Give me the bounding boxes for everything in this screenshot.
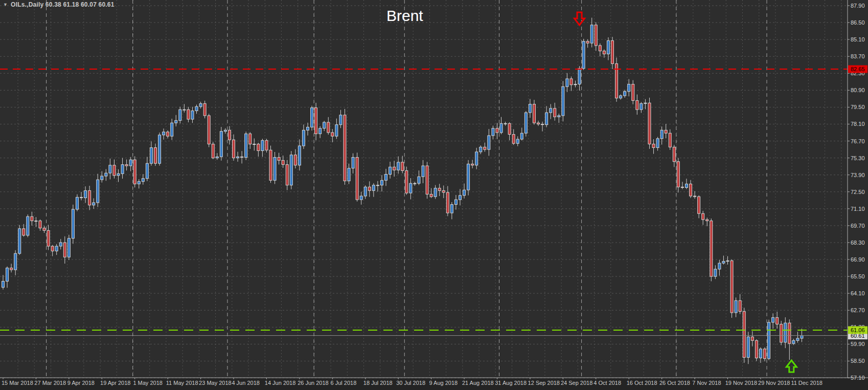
candle	[570, 79, 573, 85]
price-axis-label: 78.10	[851, 121, 865, 127]
candle	[607, 40, 609, 54]
candle	[237, 157, 239, 158]
support-price-tag-label: 61.06	[851, 327, 865, 333]
candle	[574, 84, 577, 85]
candle	[6, 268, 9, 281]
candle	[512, 135, 515, 144]
candle	[454, 200, 457, 204]
candle	[500, 123, 502, 133]
chevron-down-icon[interactable]: ▼	[3, 2, 8, 7]
candle	[18, 229, 21, 253]
candle	[788, 323, 791, 343]
candle	[673, 147, 675, 161]
price-axis-label: 57.10	[851, 375, 865, 381]
candle	[311, 108, 313, 127]
candle	[624, 92, 626, 96]
candle	[739, 300, 741, 311]
candle	[796, 338, 799, 340]
candle	[360, 196, 362, 200]
price-axis-label: 73.90	[851, 172, 865, 178]
candle	[694, 196, 696, 197]
candle	[784, 323, 787, 342]
candle	[640, 103, 643, 110]
candle	[203, 103, 206, 116]
candle	[208, 116, 210, 144]
candle	[504, 123, 507, 124]
candle	[133, 160, 136, 184]
symbol-ohlc-label: OILs.,Daily 60.38 61.18 60.07 60.61	[11, 1, 114, 8]
candle	[105, 173, 107, 176]
candle	[2, 281, 5, 288]
candle	[426, 166, 428, 194]
candle	[179, 110, 181, 120]
candle	[22, 229, 25, 235]
price-axis-label: 69.70	[851, 223, 865, 229]
candle	[628, 84, 630, 92]
candle	[611, 40, 613, 63]
price-axis-label: 79.50	[851, 104, 865, 110]
candle	[541, 124, 544, 124]
candle	[335, 125, 338, 136]
date-axis-label: 18 Jul 2018	[363, 380, 393, 386]
candle	[735, 300, 737, 313]
candle	[467, 164, 470, 190]
chart-window: 87.9086.5085.1083.7082.3080.9079.5078.10…	[0, 0, 868, 390]
date-axis-label: 26 Oct 2018	[659, 380, 690, 386]
candle	[656, 139, 659, 148]
candle	[459, 196, 461, 200]
date-axis-label: 11 Dec 2018	[791, 380, 823, 386]
candle	[129, 160, 132, 166]
date-axis-label: 15 Mar 2018	[2, 380, 33, 386]
candle	[191, 111, 194, 119]
candle	[669, 133, 671, 147]
candle	[364, 187, 367, 196]
date-axis-label: 27 Mar 2018	[34, 380, 66, 386]
candle	[121, 165, 124, 174]
candle	[257, 144, 260, 150]
price-axis-label: 72.50	[851, 189, 865, 195]
candle	[562, 86, 564, 116]
candle	[524, 113, 527, 133]
symbol-header[interactable]: ▼ OILs.,Daily 60.38 61.18 60.07 60.61	[3, 1, 115, 8]
price-axis-label: 83.70	[851, 53, 865, 59]
candle	[220, 132, 222, 157]
price-axis-label: 58.50	[851, 358, 865, 364]
candle	[344, 115, 346, 181]
date-axis-label: 11 May 2018	[166, 380, 198, 386]
candle	[331, 133, 334, 136]
candle	[409, 183, 412, 193]
candle	[726, 261, 729, 261]
candle	[376, 185, 379, 186]
candle	[582, 41, 585, 69]
candle	[450, 205, 453, 213]
date-axis-label: 24 Sep 2018	[561, 380, 592, 386]
date-axis-label: 1 May 2018	[133, 380, 162, 386]
candle	[195, 106, 198, 111]
candle	[51, 246, 54, 251]
candle	[484, 147, 486, 149]
candle	[706, 220, 709, 221]
candle	[801, 336, 803, 338]
date-axis-label: 29 Nov 2018	[758, 380, 790, 386]
candle	[14, 253, 17, 270]
candle	[35, 221, 37, 221]
date-axis-label: 30 Jul 2018	[396, 380, 425, 386]
candle	[323, 122, 326, 128]
candle	[150, 148, 152, 164]
candle	[418, 177, 420, 183]
candle	[590, 25, 593, 43]
candle	[273, 157, 276, 180]
candle	[652, 144, 655, 147]
candle	[97, 180, 99, 203]
candle	[446, 192, 449, 213]
candle	[636, 100, 638, 110]
candle	[216, 157, 218, 158]
candle	[586, 41, 589, 44]
candle	[578, 69, 581, 84]
candle	[158, 135, 161, 164]
price-axis-label: 76.70	[851, 138, 865, 144]
candle	[146, 163, 148, 179]
candle	[714, 269, 717, 276]
chart-canvas[interactable]: 87.9086.5085.1083.7082.3080.9079.5078.10…	[0, 0, 868, 390]
date-axis-label: 19 Nov 2018	[725, 380, 757, 386]
